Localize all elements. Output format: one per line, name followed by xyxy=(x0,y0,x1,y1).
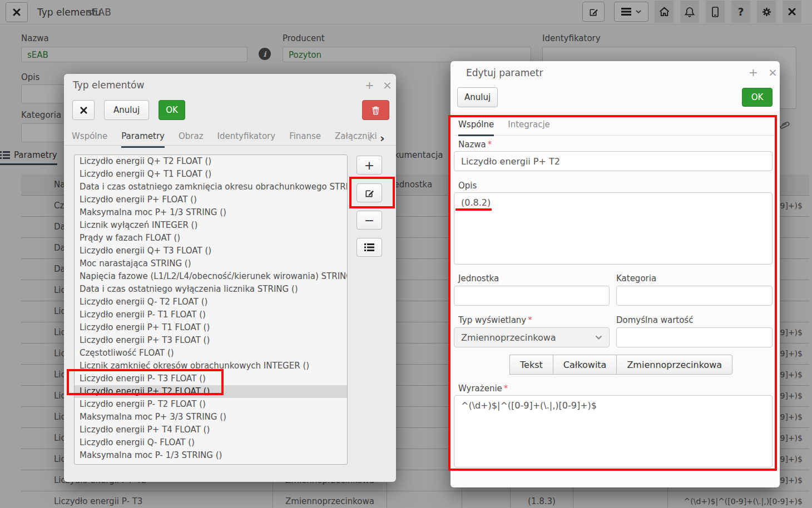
param-list-item[interactable]: Licznik wyłączeń INTEGER () xyxy=(75,219,347,232)
required-mark: * xyxy=(488,140,492,150)
close-icon[interactable]: × xyxy=(768,67,778,78)
expand-icon[interactable]: + xyxy=(365,79,374,91)
typ-wyswietlany-select[interactable]: Zmiennoprzecinkowa xyxy=(454,327,610,347)
modal-tab[interactable]: Integracje xyxy=(508,119,550,136)
selected-option: Zmiennoprzecinkowa xyxy=(461,332,556,343)
param-list-item[interactable]: Prądy w fazach FLOAT () xyxy=(75,232,347,245)
param-list-item[interactable]: Moc narastająca STRING () xyxy=(75,257,347,270)
typ-elementow-modal: Typ elementów + × Anuluj OK WspólneParam… xyxy=(64,74,396,482)
required-mark: * xyxy=(504,384,508,394)
param-list-item[interactable]: Liczydło energii Q+ T3 FLOAT () xyxy=(75,245,347,257)
param-list-item[interactable]: Liczydło energii Q+ T1 FLOAT () xyxy=(75,168,347,181)
param-list-item[interactable]: Liczydło energii P- T2 FLOAT () xyxy=(75,398,347,411)
modal-title: Typ elementów xyxy=(73,79,144,91)
param-list-item[interactable]: Napięcia fazowe (L1/L2/L4/obecność/kieru… xyxy=(75,270,347,283)
opis-textarea[interactable]: (0.8.2) xyxy=(454,192,773,265)
typ-wyswietlany-label: Typ wyświetlany* xyxy=(458,315,532,325)
pencil-square-icon xyxy=(364,188,375,198)
nazwa-label: Nazwa* xyxy=(458,140,492,150)
kategoria-input[interactable] xyxy=(616,286,773,306)
ok-button[interactable]: OK xyxy=(742,88,773,107)
opis-label: Opis xyxy=(458,181,477,191)
tabs-scroll-right-icon[interactable]: › xyxy=(380,132,385,145)
list-icon xyxy=(364,243,374,251)
jednostka-label: Jednostka xyxy=(458,273,499,283)
remove-param-button[interactable]: − xyxy=(357,211,382,230)
required-mark: * xyxy=(528,315,532,325)
param-list-item[interactable]: Liczydło energii Q+ T2 FLOAT () xyxy=(75,155,347,168)
type-option-button[interactable]: Tekst xyxy=(509,355,553,375)
param-list-item[interactable]: Maksymalna moc P- 2/3 STRING () xyxy=(75,462,347,465)
param-list-item[interactable]: Liczydło energii P+ T3 FLOAT () xyxy=(75,334,347,347)
edytuj-parametr-modal: Edytuj parametr + × Anuluj OK WspólneInt… xyxy=(450,61,780,487)
cancel-button[interactable]: Anuluj xyxy=(457,87,498,107)
param-list-item[interactable]: Liczydło energii P- T1 FLOAT () xyxy=(75,308,347,321)
cancel-button[interactable]: Anuluj xyxy=(104,100,149,120)
modal-title: Edytuj parametr xyxy=(466,67,543,78)
delete-button[interactable] xyxy=(362,100,389,120)
edit-modal-tabs: WspólneIntegracje xyxy=(458,119,550,136)
param-list-item[interactable]: Liczydło energii P+ T4 FLOAT () xyxy=(75,424,347,436)
trash-icon xyxy=(372,106,380,115)
param-list-item[interactable]: Liczydło energii Q- T2 FLOAT () xyxy=(75,296,347,308)
param-list-item[interactable]: Liczydło energii P+ FLOAT () xyxy=(75,193,347,206)
param-list-item[interactable]: Data i czas ostatniego zamknięcia okresu… xyxy=(75,181,347,193)
chevron-down-icon xyxy=(595,335,602,340)
nazwa-input[interactable] xyxy=(454,151,773,171)
expand-icon[interactable]: + xyxy=(749,67,758,78)
param-list-item[interactable]: Częstotliwość FLOAT () xyxy=(75,347,347,360)
tabs-scroll-left-icon[interactable]: ‹ xyxy=(367,132,372,145)
type-option-button[interactable]: Całkowita xyxy=(553,355,617,375)
domyslna-wartosc-input[interactable] xyxy=(616,327,773,347)
param-list-item[interactable]: Liczydło energii Q- FLOAT () xyxy=(75,436,347,449)
param-list-item[interactable]: Data i czas ostatniego wyłączenia liczni… xyxy=(75,283,347,296)
reorder-params-button[interactable] xyxy=(357,238,382,257)
jednostka-input[interactable] xyxy=(454,286,610,306)
screen: Typ elementu sEAB xyxy=(0,0,812,508)
param-list-item[interactable]: Maksymalna moc P+ 1/3 STRING () xyxy=(75,206,347,219)
param-list-item[interactable]: Maksymalna moc P+ 3/3 STRING () xyxy=(75,411,347,424)
close-x-button[interactable] xyxy=(72,100,95,120)
kategoria-label: Kategoria xyxy=(616,273,656,283)
wyrazenie-textarea[interactable]: ^(\d+)$|^([0-9]+(\.|,)[0-9]+)$ xyxy=(454,395,773,467)
edit-param-button[interactable] xyxy=(357,183,382,202)
param-list-item[interactable]: Liczydło energii P+ T2 FLOAT () xyxy=(75,385,347,398)
param-list-item[interactable]: Liczydło energii P+ T1 FLOAT () xyxy=(75,321,347,334)
tabs-divider xyxy=(64,145,396,146)
ok-button[interactable]: OK xyxy=(159,100,185,120)
close-icon xyxy=(80,106,88,114)
wyrazenie-label: Wyrażenie* xyxy=(458,384,508,394)
param-list-item[interactable]: Licznik zamknięć okresów obrachunkowych … xyxy=(75,360,347,372)
param-list-item[interactable]: Liczydło energii P- T3 FLOAT () xyxy=(75,372,347,385)
type-option-button[interactable]: Zmiennoprzecinkowa xyxy=(616,355,732,375)
param-list-item[interactable]: Maksymalna moc P- 1/3 STRING () xyxy=(75,449,347,462)
add-param-button[interactable]: + xyxy=(357,156,382,175)
close-icon[interactable]: × xyxy=(383,79,392,91)
type-button-group: TekstCałkowitaZmiennoprzecinkowa xyxy=(510,355,732,375)
modal-tab[interactable]: Wspólne xyxy=(458,119,494,136)
param-list[interactable]: Liczydło energii Q+ T2 FLOAT ()Liczydło … xyxy=(74,155,348,465)
domyslna-wartosc-label: Domyślna wartość xyxy=(616,315,693,325)
